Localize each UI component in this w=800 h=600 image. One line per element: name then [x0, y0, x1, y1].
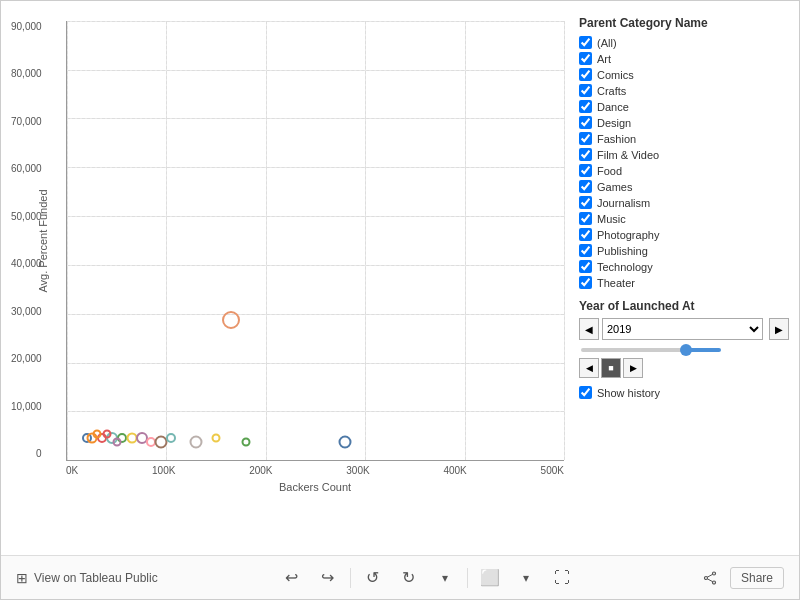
- checkbox-item-fashion[interactable]: Fashion: [579, 132, 789, 145]
- year-slider-container: [579, 348, 789, 352]
- svg-point-1: [712, 581, 715, 584]
- svg-point-0: [712, 572, 715, 575]
- checkbox-film&video[interactable]: [579, 148, 592, 161]
- revert-button[interactable]: ↺: [359, 564, 387, 592]
- redo-button[interactable]: ↪: [314, 564, 342, 592]
- play-next-button[interactable]: ▶: [623, 358, 643, 378]
- checkbox-label-6: Fashion: [597, 133, 636, 145]
- checkbox-item-photography[interactable]: Photography: [579, 228, 789, 241]
- checkbox-item-comics[interactable]: Comics: [579, 68, 789, 81]
- svg-line-4: [707, 578, 712, 581]
- main-content: 90,000 80,000 70,000 60,000 50,000 40,00…: [1, 1, 799, 555]
- tableau-container: 90,000 80,000 70,000 60,000 50,000 40,00…: [0, 0, 800, 600]
- view-on-tableau[interactable]: ⊞ View on Tableau Public: [16, 570, 158, 586]
- toolbar-right: Share: [696, 564, 784, 592]
- checkbox-journalism[interactable]: [579, 196, 592, 209]
- share-button[interactable]: Share: [730, 567, 784, 589]
- checkbox-item-games[interactable]: Games: [579, 180, 789, 193]
- data-dot-15[interactable]: [166, 433, 176, 443]
- year-next-button[interactable]: ▶: [769, 318, 789, 340]
- show-history-checkbox[interactable]: [579, 386, 592, 399]
- year-select[interactable]: 2009201020112012201320142015201620172018…: [602, 318, 763, 340]
- play-stop-button[interactable]: ■: [601, 358, 621, 378]
- chart-plot-area: [66, 21, 564, 461]
- y-label-30000: 30,000: [11, 306, 47, 317]
- checkbox-item-technology[interactable]: Technology: [579, 260, 789, 273]
- x-label-100k: 100K: [152, 465, 175, 476]
- checkbox-list: (All)ArtComicsCraftsDanceDesignFashionFi…: [579, 36, 789, 289]
- checkbox-fashion[interactable]: [579, 132, 592, 145]
- checkbox-publishing[interactable]: [579, 244, 592, 257]
- checkbox-art[interactable]: [579, 52, 592, 65]
- checkbox-item-publishing[interactable]: Publishing: [579, 244, 789, 257]
- checkbox-label-12: Photography: [597, 229, 659, 241]
- checkbox-music[interactable]: [579, 212, 592, 225]
- checkbox-design[interactable]: [579, 116, 592, 129]
- undo-button[interactable]: ↩: [278, 564, 306, 592]
- svg-line-3: [707, 574, 712, 577]
- checkbox-dance[interactable]: [579, 100, 592, 113]
- checkbox-comics[interactable]: [579, 68, 592, 81]
- checkbox-photography[interactable]: [579, 228, 592, 241]
- checkbox-item-music[interactable]: Music: [579, 212, 789, 225]
- checkbox-label-2: Comics: [597, 69, 634, 81]
- checkbox-item-journalism[interactable]: Journalism: [579, 196, 789, 209]
- fullscreen-button[interactable]: ⛶: [548, 564, 576, 592]
- checkbox-item-art[interactable]: Art: [579, 52, 789, 65]
- checkbox-label-14: Technology: [597, 261, 653, 273]
- checkbox-crafts[interactable]: [579, 84, 592, 97]
- chart-area: 90,000 80,000 70,000 60,000 50,000 40,00…: [11, 11, 569, 545]
- checkbox-label-10: Journalism: [597, 197, 650, 209]
- checkbox-item-crafts[interactable]: Crafts: [579, 84, 789, 97]
- data-dot-0[interactable]: [222, 311, 240, 329]
- checkbox-item-food[interactable]: Food: [579, 164, 789, 177]
- toolbar-center: ↩ ↪ ↺ ↻ ▾ ⬜ ▾ ⛶: [278, 564, 576, 592]
- y-label-70000: 70,000: [11, 116, 47, 127]
- device-dropdown-button[interactable]: ▾: [512, 564, 540, 592]
- legend-title: Parent Category Name: [579, 16, 789, 30]
- svg-point-2: [704, 576, 707, 579]
- slider-thumb[interactable]: [680, 344, 692, 356]
- view-on-tableau-label: View on Tableau Public: [34, 571, 158, 585]
- data-dot-17[interactable]: [112, 438, 121, 447]
- sidebar: Parent Category Name (All)ArtComicsCraft…: [569, 11, 789, 545]
- checkbox-item-theater[interactable]: Theater: [579, 276, 789, 289]
- checkbox-item-film&video[interactable]: Film & Video: [579, 148, 789, 161]
- y-label-10000: 10,000: [11, 401, 47, 412]
- data-dot-16[interactable]: [212, 434, 221, 443]
- device-button[interactable]: ⬜: [476, 564, 504, 592]
- checkbox-technology[interactable]: [579, 260, 592, 273]
- x-label-400k: 400K: [443, 465, 466, 476]
- checkbox-label-0: (All): [597, 37, 617, 49]
- tableau-grid-icon: ⊞: [16, 570, 28, 586]
- checkbox-label-7: Film & Video: [597, 149, 659, 161]
- checkbox-label-3: Crafts: [597, 85, 626, 97]
- checkbox-(all)[interactable]: [579, 36, 592, 49]
- checkbox-item-design[interactable]: Design: [579, 116, 789, 129]
- x-axis-labels: 0K 100K 200K 300K 400K 500K: [66, 465, 564, 476]
- checkbox-label-9: Games: [597, 181, 632, 193]
- toolbar-sep-2: [467, 568, 468, 588]
- play-prev-button[interactable]: ◀: [579, 358, 599, 378]
- y-label-20000: 20,000: [11, 353, 47, 364]
- fast-forward-button[interactable]: ↻: [395, 564, 423, 592]
- dropdown-more-button[interactable]: ▾: [431, 564, 459, 592]
- year-range-slider[interactable]: [581, 348, 721, 352]
- checkbox-label-13: Publishing: [597, 245, 648, 257]
- checkbox-label-11: Music: [597, 213, 626, 225]
- data-dot-10[interactable]: [190, 436, 203, 449]
- checkbox-theater[interactable]: [579, 276, 592, 289]
- checkbox-food[interactable]: [579, 164, 592, 177]
- checkbox-item-(all)[interactable]: (All): [579, 36, 789, 49]
- data-dot-14[interactable]: [102, 429, 111, 438]
- data-dot-13[interactable]: [92, 429, 101, 438]
- data-dot-12[interactable]: [339, 436, 352, 449]
- year-prev-button[interactable]: ◀: [579, 318, 599, 340]
- checkbox-games[interactable]: [579, 180, 592, 193]
- checkbox-label-4: Dance: [597, 101, 629, 113]
- checkbox-item-dance[interactable]: Dance: [579, 100, 789, 113]
- data-dot-11[interactable]: [241, 438, 250, 447]
- share-icon-btn[interactable]: [696, 564, 724, 592]
- y-label-0: 0: [11, 448, 47, 459]
- show-history-label[interactable]: Show history: [597, 387, 660, 399]
